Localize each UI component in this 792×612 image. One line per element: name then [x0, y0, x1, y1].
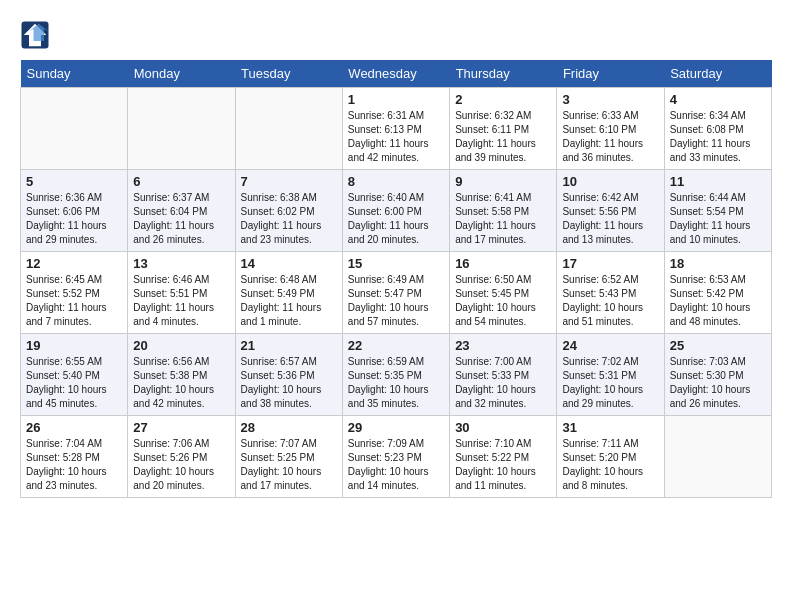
calendar-cell: 2Sunrise: 6:32 AM Sunset: 6:11 PM Daylig… [450, 88, 557, 170]
calendar-cell: 21Sunrise: 6:57 AM Sunset: 5:36 PM Dayli… [235, 334, 342, 416]
day-number: 7 [241, 174, 337, 189]
day-number: 28 [241, 420, 337, 435]
calendar-cell: 3Sunrise: 6:33 AM Sunset: 6:10 PM Daylig… [557, 88, 664, 170]
calendar-cell: 30Sunrise: 7:10 AM Sunset: 5:22 PM Dayli… [450, 416, 557, 498]
weekday-header-tuesday: Tuesday [235, 60, 342, 88]
calendar-cell: 9Sunrise: 6:41 AM Sunset: 5:58 PM Daylig… [450, 170, 557, 252]
day-info: Sunrise: 6:56 AM Sunset: 5:38 PM Dayligh… [133, 355, 229, 411]
calendar-cell: 20Sunrise: 6:56 AM Sunset: 5:38 PM Dayli… [128, 334, 235, 416]
calendar-cell: 14Sunrise: 6:48 AM Sunset: 5:49 PM Dayli… [235, 252, 342, 334]
day-info: Sunrise: 6:45 AM Sunset: 5:52 PM Dayligh… [26, 273, 122, 329]
day-info: Sunrise: 6:41 AM Sunset: 5:58 PM Dayligh… [455, 191, 551, 247]
calendar-week-row: 1Sunrise: 6:31 AM Sunset: 6:13 PM Daylig… [21, 88, 772, 170]
calendar-cell: 10Sunrise: 6:42 AM Sunset: 5:56 PM Dayli… [557, 170, 664, 252]
calendar-cell: 17Sunrise: 6:52 AM Sunset: 5:43 PM Dayli… [557, 252, 664, 334]
calendar-cell: 29Sunrise: 7:09 AM Sunset: 5:23 PM Dayli… [342, 416, 449, 498]
day-number: 2 [455, 92, 551, 107]
day-number: 10 [562, 174, 658, 189]
weekday-header-thursday: Thursday [450, 60, 557, 88]
calendar-cell: 25Sunrise: 7:03 AM Sunset: 5:30 PM Dayli… [664, 334, 771, 416]
calendar-cell: 22Sunrise: 6:59 AM Sunset: 5:35 PM Dayli… [342, 334, 449, 416]
calendar-cell: 11Sunrise: 6:44 AM Sunset: 5:54 PM Dayli… [664, 170, 771, 252]
day-number: 20 [133, 338, 229, 353]
day-info: Sunrise: 6:32 AM Sunset: 6:11 PM Dayligh… [455, 109, 551, 165]
logo-icon [20, 20, 50, 50]
logo [20, 20, 54, 50]
day-number: 25 [670, 338, 766, 353]
day-number: 6 [133, 174, 229, 189]
calendar-week-row: 26Sunrise: 7:04 AM Sunset: 5:28 PM Dayli… [21, 416, 772, 498]
calendar-week-row: 19Sunrise: 6:55 AM Sunset: 5:40 PM Dayli… [21, 334, 772, 416]
calendar-cell: 24Sunrise: 7:02 AM Sunset: 5:31 PM Dayli… [557, 334, 664, 416]
day-number: 30 [455, 420, 551, 435]
calendar-cell: 4Sunrise: 6:34 AM Sunset: 6:08 PM Daylig… [664, 88, 771, 170]
calendar-cell [128, 88, 235, 170]
calendar-cell: 15Sunrise: 6:49 AM Sunset: 5:47 PM Dayli… [342, 252, 449, 334]
day-info: Sunrise: 6:46 AM Sunset: 5:51 PM Dayligh… [133, 273, 229, 329]
day-number: 17 [562, 256, 658, 271]
day-number: 11 [670, 174, 766, 189]
day-info: Sunrise: 6:31 AM Sunset: 6:13 PM Dayligh… [348, 109, 444, 165]
day-info: Sunrise: 6:34 AM Sunset: 6:08 PM Dayligh… [670, 109, 766, 165]
calendar-cell: 31Sunrise: 7:11 AM Sunset: 5:20 PM Dayli… [557, 416, 664, 498]
calendar-cell: 18Sunrise: 6:53 AM Sunset: 5:42 PM Dayli… [664, 252, 771, 334]
day-number: 1 [348, 92, 444, 107]
day-info: Sunrise: 7:03 AM Sunset: 5:30 PM Dayligh… [670, 355, 766, 411]
day-info: Sunrise: 7:02 AM Sunset: 5:31 PM Dayligh… [562, 355, 658, 411]
day-info: Sunrise: 7:00 AM Sunset: 5:33 PM Dayligh… [455, 355, 551, 411]
calendar-week-row: 5Sunrise: 6:36 AM Sunset: 6:06 PM Daylig… [21, 170, 772, 252]
weekday-header-wednesday: Wednesday [342, 60, 449, 88]
day-info: Sunrise: 7:04 AM Sunset: 5:28 PM Dayligh… [26, 437, 122, 493]
calendar-cell: 5Sunrise: 6:36 AM Sunset: 6:06 PM Daylig… [21, 170, 128, 252]
day-number: 26 [26, 420, 122, 435]
day-number: 27 [133, 420, 229, 435]
day-info: Sunrise: 6:50 AM Sunset: 5:45 PM Dayligh… [455, 273, 551, 329]
day-number: 19 [26, 338, 122, 353]
day-number: 29 [348, 420, 444, 435]
calendar-cell: 28Sunrise: 7:07 AM Sunset: 5:25 PM Dayli… [235, 416, 342, 498]
day-info: Sunrise: 6:36 AM Sunset: 6:06 PM Dayligh… [26, 191, 122, 247]
day-info: Sunrise: 6:57 AM Sunset: 5:36 PM Dayligh… [241, 355, 337, 411]
day-number: 21 [241, 338, 337, 353]
day-info: Sunrise: 6:42 AM Sunset: 5:56 PM Dayligh… [562, 191, 658, 247]
calendar-cell: 23Sunrise: 7:00 AM Sunset: 5:33 PM Dayli… [450, 334, 557, 416]
calendar-cell: 16Sunrise: 6:50 AM Sunset: 5:45 PM Dayli… [450, 252, 557, 334]
weekday-header-sunday: Sunday [21, 60, 128, 88]
day-number: 4 [670, 92, 766, 107]
calendar-cell: 7Sunrise: 6:38 AM Sunset: 6:02 PM Daylig… [235, 170, 342, 252]
day-info: Sunrise: 7:06 AM Sunset: 5:26 PM Dayligh… [133, 437, 229, 493]
calendar-body: 1Sunrise: 6:31 AM Sunset: 6:13 PM Daylig… [21, 88, 772, 498]
day-info: Sunrise: 7:11 AM Sunset: 5:20 PM Dayligh… [562, 437, 658, 493]
calendar-cell: 1Sunrise: 6:31 AM Sunset: 6:13 PM Daylig… [342, 88, 449, 170]
day-info: Sunrise: 6:48 AM Sunset: 5:49 PM Dayligh… [241, 273, 337, 329]
day-info: Sunrise: 6:55 AM Sunset: 5:40 PM Dayligh… [26, 355, 122, 411]
day-number: 16 [455, 256, 551, 271]
day-info: Sunrise: 7:07 AM Sunset: 5:25 PM Dayligh… [241, 437, 337, 493]
day-number: 31 [562, 420, 658, 435]
day-info: Sunrise: 6:33 AM Sunset: 6:10 PM Dayligh… [562, 109, 658, 165]
day-info: Sunrise: 6:40 AM Sunset: 6:00 PM Dayligh… [348, 191, 444, 247]
day-number: 5 [26, 174, 122, 189]
weekday-header-friday: Friday [557, 60, 664, 88]
calendar-cell: 27Sunrise: 7:06 AM Sunset: 5:26 PM Dayli… [128, 416, 235, 498]
day-info: Sunrise: 6:59 AM Sunset: 5:35 PM Dayligh… [348, 355, 444, 411]
day-number: 3 [562, 92, 658, 107]
calendar-cell [664, 416, 771, 498]
calendar-cell: 6Sunrise: 6:37 AM Sunset: 6:04 PM Daylig… [128, 170, 235, 252]
day-number: 9 [455, 174, 551, 189]
day-info: Sunrise: 7:10 AM Sunset: 5:22 PM Dayligh… [455, 437, 551, 493]
weekday-header-row: SundayMondayTuesdayWednesdayThursdayFrid… [21, 60, 772, 88]
day-number: 8 [348, 174, 444, 189]
calendar-cell: 12Sunrise: 6:45 AM Sunset: 5:52 PM Dayli… [21, 252, 128, 334]
day-info: Sunrise: 6:44 AM Sunset: 5:54 PM Dayligh… [670, 191, 766, 247]
day-number: 23 [455, 338, 551, 353]
day-number: 14 [241, 256, 337, 271]
calendar-cell [21, 88, 128, 170]
weekday-header-monday: Monday [128, 60, 235, 88]
day-info: Sunrise: 6:49 AM Sunset: 5:47 PM Dayligh… [348, 273, 444, 329]
day-info: Sunrise: 6:53 AM Sunset: 5:42 PM Dayligh… [670, 273, 766, 329]
calendar-cell: 19Sunrise: 6:55 AM Sunset: 5:40 PM Dayli… [21, 334, 128, 416]
day-info: Sunrise: 7:09 AM Sunset: 5:23 PM Dayligh… [348, 437, 444, 493]
calendar-table: SundayMondayTuesdayWednesdayThursdayFrid… [20, 60, 772, 498]
calendar-cell [235, 88, 342, 170]
